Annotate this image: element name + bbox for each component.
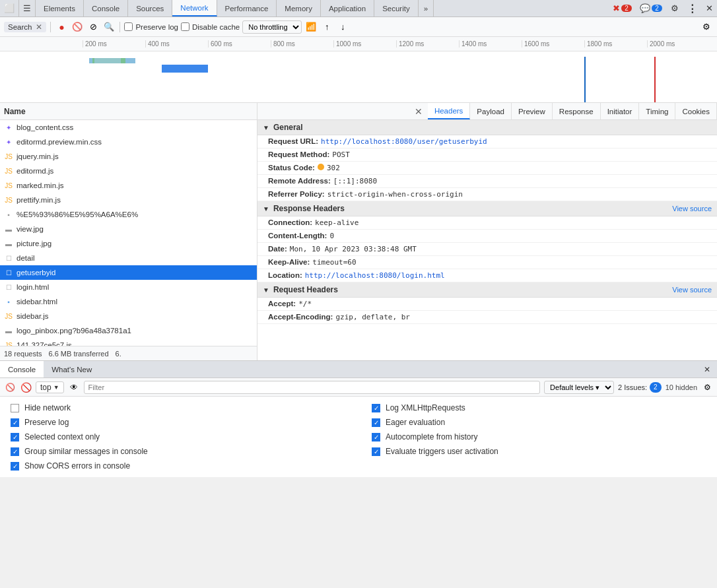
file-item-jquery[interactable]: JS jquery.min.js: [0, 149, 257, 164]
upload-btn[interactable]: ↑: [320, 20, 333, 34]
stop-btn[interactable]: 🚫: [71, 20, 84, 34]
tab-sources[interactable]: Sources: [128, 0, 172, 16]
disable-cache-input[interactable]: [181, 22, 189, 31]
tab-leading-icon1[interactable]: ⬜: [0, 0, 19, 16]
context-selector[interactable]: top ▼: [36, 381, 64, 393]
filter-btn[interactable]: ⊘: [86, 20, 100, 34]
console-stop-btn[interactable]: 🚫: [4, 381, 16, 393]
file-name: %E5%93%86%E5%95%A6A%E6%: [17, 211, 138, 218]
file-item-detail[interactable]: ☐ detail: [0, 251, 257, 265]
console-filter-input[interactable]: [84, 381, 540, 394]
log-xml-checkbox[interactable]: ✓: [372, 404, 380, 412]
disable-cache-checkbox[interactable]: Disable cache: [181, 22, 240, 31]
search-tab[interactable]: Search ✕: [4, 22, 46, 32]
remote-address-value: [::1]:8080: [333, 177, 377, 185]
console-tab-whats-new[interactable]: What's New: [44, 361, 100, 377]
levels-select[interactable]: Default levels ▾: [544, 381, 614, 394]
response-headers-section[interactable]: ▼ Response Headers View source: [257, 201, 717, 216]
details-tab-headers[interactable]: Headers: [428, 103, 470, 119]
details-tab-payload[interactable]: Payload: [470, 103, 512, 119]
throttle-select[interactable]: No throttling: [242, 20, 302, 34]
file-item-141[interactable]: JS 141.327ce5c7.js: [0, 338, 257, 346]
file-item-picture-jpg[interactable]: ▬ picture.jpg: [0, 236, 257, 251]
tab-more[interactable]: »: [419, 0, 434, 16]
tab-leading-icon2[interactable]: ☰: [19, 0, 36, 16]
details-close-btn[interactable]: ✕: [409, 103, 428, 119]
tab-elements[interactable]: Elements: [36, 0, 84, 16]
file-item-sidebar-html[interactable]: ▪ sidebar.html: [0, 294, 257, 309]
accept-encoding-label: Accept-Encoding:: [268, 313, 333, 321]
group-similar-checkbox[interactable]: ✓: [11, 447, 19, 456]
tab-console[interactable]: Console: [84, 0, 128, 16]
setting-show-cors[interactable]: ✓ Show CORS errors in console: [11, 461, 345, 471]
setting-autocomplete[interactable]: ✓ Autocomplete from history: [372, 432, 706, 441]
setting-hide-network[interactable]: Hide network: [11, 403, 345, 412]
tab-security[interactable]: Security: [374, 0, 419, 16]
autocomplete-checkbox[interactable]: ✓: [372, 433, 380, 441]
file-item-login[interactable]: ☐ login.html: [0, 280, 257, 294]
eval-triggers-checkbox[interactable]: ✓: [372, 447, 380, 456]
file-item-view-jpg[interactable]: ▬ view.jpg: [0, 222, 257, 236]
request-headers-section[interactable]: ▼ Request Headers View source: [257, 282, 717, 298]
request-view-source[interactable]: View source: [672, 286, 712, 294]
setting-log-xml[interactable]: ✓ Log XMLHttpRequests: [372, 403, 706, 412]
file-list[interactable]: ✦ blog_content.css ✦ editormd.preview.mi…: [0, 120, 257, 346]
wifi-icon[interactable]: 📶: [304, 20, 318, 34]
tab-performance[interactable]: Performance: [217, 0, 277, 16]
file-item-prettify[interactable]: JS prettify.min.js: [0, 193, 257, 207]
file-item-getuserbyid[interactable]: ☐ getuserbyid: [0, 265, 257, 280]
eager-eval-checkbox[interactable]: ✓: [372, 418, 380, 427]
selected-context-checkbox[interactable]: ✓: [11, 433, 19, 441]
details-tab-timing[interactable]: Timing: [639, 103, 675, 119]
preserve-log-checkbox[interactable]: Preserve log: [124, 22, 178, 31]
console-clear-btn[interactable]: 🚫: [20, 381, 32, 393]
file-item-editormd-js[interactable]: JS editormd.js: [0, 164, 257, 178]
record-btn[interactable]: ●: [55, 20, 68, 34]
file-item-marked[interactable]: JS marked.min.js: [0, 178, 257, 193]
tab-memory[interactable]: Memory: [277, 0, 321, 16]
eye-btn[interactable]: 👁: [68, 381, 80, 393]
hide-network-checkbox[interactable]: [11, 404, 19, 412]
details-tab-preview[interactable]: Preview: [512, 103, 553, 119]
console-close-btn[interactable]: ✕: [697, 361, 717, 377]
issues-btn[interactable]: 2 Issues: 2: [618, 382, 662, 393]
setting-group-similar[interactable]: ✓ Group similar messages in console: [11, 447, 345, 456]
preserve-log-checkbox-2[interactable]: ✓: [11, 418, 19, 427]
details-tab-cookies[interactable]: Cookies: [675, 103, 717, 119]
file-item-sidebar-js[interactable]: JS sidebar.js: [0, 309, 257, 323]
hidden-count[interactable]: 10 hidden: [666, 383, 697, 391]
tab-application[interactable]: Application: [321, 0, 374, 16]
file-item-encoded[interactable]: ▪ %E5%93%86%E5%95%A6A%E6%: [0, 207, 257, 222]
devtools-settings-btn[interactable]: ⚙: [667, 2, 683, 15]
search-btn[interactable]: 🔍: [102, 20, 116, 34]
file-name: marked.min.js: [17, 181, 64, 189]
details-tab-response[interactable]: Response: [553, 103, 601, 119]
preserve-log-input[interactable]: [124, 22, 133, 31]
info-badge[interactable]: 💬 2: [636, 3, 666, 14]
file-item-blog-css[interactable]: ✦ blog_content.css: [0, 120, 257, 135]
response-view-source[interactable]: View source: [672, 205, 712, 212]
date-row: Date: Mon, 10 Apr 2023 03:38:48 GMT: [257, 243, 717, 256]
details-content[interactable]: ▼ General Request URL: http://localhost:…: [257, 120, 717, 360]
file-item-editormd-css[interactable]: ✦ editormd.preview.min.css: [0, 135, 257, 149]
error-badge[interactable]: ✖ 2: [609, 3, 635, 14]
file-name: editormd.preview.min.css: [17, 138, 102, 146]
eval-triggers-label: Evaluate triggers user activation: [386, 447, 498, 456]
console-settings-btn[interactable]: ⚙: [701, 381, 713, 393]
ruler-600: 600 ms: [208, 40, 271, 48]
setting-selected-context[interactable]: ✓ Selected context only: [11, 432, 345, 441]
details-tab-initiator[interactable]: Initiator: [601, 103, 640, 119]
setting-eval-triggers[interactable]: ✓ Evaluate triggers user activation: [372, 447, 706, 456]
general-section-header[interactable]: ▼ General: [257, 120, 717, 135]
devtools-close-btn[interactable]: ✕: [701, 2, 717, 15]
file-item-logo[interactable]: ▬ logo_pinbox.png?b96a48a3781a1: [0, 323, 257, 338]
setting-eager-eval[interactable]: ✓ Eager evaluation: [372, 418, 706, 427]
console-tab-console[interactable]: Console: [0, 361, 44, 377]
download-btn[interactable]: ↓: [336, 20, 349, 34]
network-settings-btn[interactable]: ⚙: [700, 20, 713, 34]
tab-network[interactable]: Network: [172, 0, 217, 16]
search-tab-close[interactable]: ✕: [36, 22, 42, 32]
devtools-more-btn[interactable]: ⋮: [684, 2, 700, 15]
setting-preserve-log[interactable]: ✓ Preserve log: [11, 418, 345, 427]
show-cors-checkbox[interactable]: ✓: [11, 462, 19, 471]
